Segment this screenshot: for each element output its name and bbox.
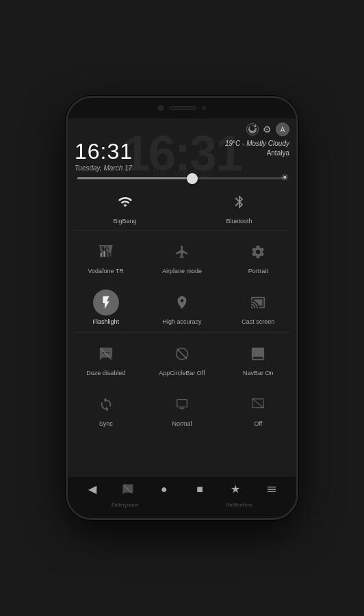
portrait-label: Portrait: [248, 268, 268, 274]
quick-grid-row2: Vodafone TR Airplane mode Portrait: [68, 231, 296, 281]
vodafone-label: Vodafone TR: [88, 268, 123, 274]
back-button[interactable]: ◀: [83, 480, 102, 499]
navbar-label: NavBar On: [243, 370, 274, 376]
clock-left: 16:31 Tuesday, March 17: [75, 139, 133, 172]
svg-line-5: [177, 349, 187, 359]
accuracy-icon-wrap: [169, 290, 195, 316]
accuracy-label: High accuracy: [162, 318, 201, 325]
toggle-cast[interactable]: Cast screen: [220, 284, 296, 329]
quick-grid-row3: Flashlight High accuracy Cast screen: [68, 281, 296, 332]
svg-rect-2: [107, 249, 109, 257]
brightness-sun-icon: ☀: [281, 172, 289, 183]
recent-button[interactable]: ■: [190, 480, 209, 499]
toggle-appcircle[interactable]: AppCircleBar Off: [144, 335, 220, 381]
toggle-portrait[interactable]: Portrait: [220, 233, 296, 279]
phone-top-bar: [68, 98, 296, 118]
toggle-sync[interactable]: Sync: [68, 386, 144, 431]
brightness-row: ☀: [68, 172, 296, 182]
weather-info: 19°C - Mostly Cloudy Antalya: [225, 139, 289, 158]
bigbang-icon-wrap: [112, 189, 138, 215]
bottom-labels: Batterysauer Notifications: [68, 501, 296, 510]
star-button[interactable]: ★: [226, 480, 245, 499]
settings-icon[interactable]: ⚙: [263, 124, 272, 135]
normal-icon-wrap: [169, 392, 195, 418]
status-icons: ⚙ A: [246, 123, 289, 136]
sync-icon[interactable]: [246, 123, 259, 136]
toggle-bluetooth[interactable]: Bluetooth: [182, 183, 296, 229]
phone-frame: 16:31 Tue, March 17 ⚙ A 16:31 Tuesday, M…: [66, 96, 298, 520]
speaker-grille: [169, 106, 196, 110]
toggle-navbar[interactable]: NavBar On: [220, 335, 296, 381]
off-label: Off: [254, 420, 262, 427]
toggle-vodafone[interactable]: Vodafone TR: [68, 233, 144, 279]
flashlight-label: Flashlight: [92, 318, 119, 325]
quick-grid-row5: Sync Normal: [68, 383, 296, 434]
svg-rect-1: [103, 251, 105, 257]
spacer: [68, 434, 296, 476]
airplane-icon-wrap: [169, 239, 195, 265]
phone-bottom-bar: [68, 510, 296, 518]
toggle-accuracy[interactable]: High accuracy: [144, 284, 220, 329]
home-button[interactable]: ●: [155, 480, 174, 499]
normal-label: Normal: [172, 420, 192, 427]
svg-rect-6: [177, 400, 187, 407]
cast-label: Cast screen: [242, 318, 274, 325]
portrait-icon-wrap: [245, 239, 271, 265]
bigbang-label: BigBang: [113, 218, 136, 224]
cast-icon-wrap: [245, 290, 271, 316]
toggle-bigbang[interactable]: BigBang: [68, 183, 182, 229]
svg-rect-0: [100, 253, 102, 257]
sync-label: Sync: [99, 420, 113, 427]
brightness-fill: [77, 177, 192, 179]
toggle-off[interactable]: Off: [220, 386, 296, 431]
navbar-icon-wrap: [245, 341, 271, 367]
screen: 16:31 Tue, March 17 ⚙ A 16:31 Tuesday, M…: [68, 118, 296, 510]
appcircle-label: AppCircleBar Off: [159, 370, 205, 376]
bottom-label-left: Batterysauer: [112, 502, 139, 507]
svg-rect-3: [109, 248, 112, 257]
nav-bar: ◀ ● ■ ★: [68, 476, 296, 501]
sync-toggle-icon-wrap: [93, 392, 119, 418]
quick-grid-row4: Doze disabled AppCircleBar Off: [68, 333, 296, 383]
weather-location: Antalya: [225, 149, 289, 158]
toggle-airplane[interactable]: Airplane mode: [144, 233, 220, 279]
bluetooth-label: Bluetooth: [226, 218, 252, 224]
toggle-flashlight[interactable]: Flashlight: [68, 284, 144, 329]
airplane-label: Airplane mode: [162, 268, 202, 274]
brightness-track[interactable]: [77, 177, 287, 179]
clock-area: 16:31 Tuesday, March 17 19°C - Mostly Cl…: [68, 138, 296, 172]
unknown-nav-icon[interactable]: [118, 480, 138, 499]
clock-time: 16:31: [75, 139, 133, 164]
appcircle-icon-wrap: [169, 341, 195, 367]
avatar[interactable]: A: [276, 123, 289, 136]
weather-temp: 19°C - Mostly Cloudy: [225, 139, 289, 149]
doze-label: Doze disabled: [86, 370, 125, 376]
flashlight-icon-wrap: [93, 290, 119, 316]
bottom-label-right: Notifications: [226, 502, 252, 507]
sensor-dot: [202, 106, 206, 110]
toggle-normal[interactable]: Normal: [144, 386, 220, 431]
menu-button[interactable]: [262, 480, 281, 499]
toggle-doze[interactable]: Doze disabled: [68, 335, 144, 381]
vodafone-icon-wrap: [93, 239, 119, 265]
svg-rect-7: [179, 408, 184, 409]
clock-date: Tuesday, March 17: [75, 164, 133, 172]
svg-line-9: [252, 399, 264, 408]
camera-dot: [158, 105, 164, 111]
bluetooth-icon-wrap: [226, 189, 252, 215]
status-row: ⚙ A: [68, 118, 296, 138]
off-icon-wrap: [245, 392, 271, 418]
doze-icon-wrap: [93, 341, 119, 367]
quick-grid-row1: BigBang Bluetooth: [68, 182, 296, 230]
